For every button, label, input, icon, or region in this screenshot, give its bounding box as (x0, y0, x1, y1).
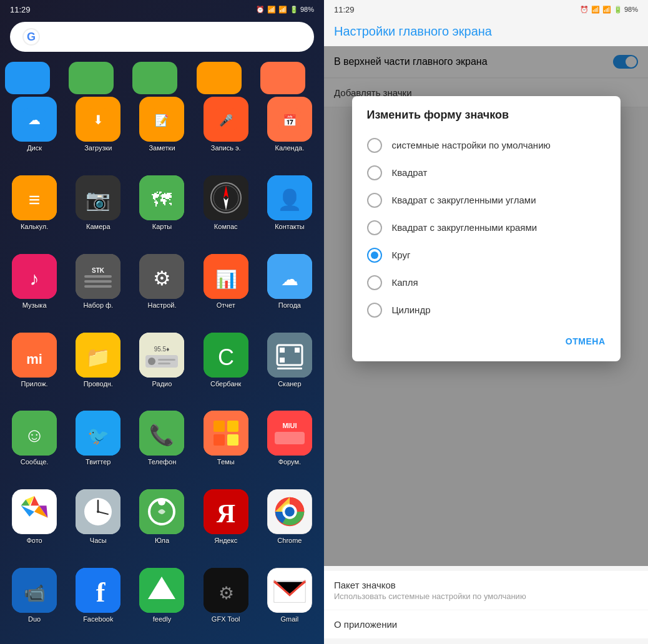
app-scanner[interactable]: Сканер (260, 333, 319, 406)
radio-option-4[interactable]: Круг (362, 242, 611, 269)
icon-pack-item[interactable]: Пакет значков Использовать системные нас… (324, 571, 648, 610)
app-facebook[interactable]: f Facebook (69, 568, 127, 642)
app-label-gfxtool: GFX Tool (212, 615, 240, 623)
app-gfxtool[interactable]: ⚙ GFX Tool (197, 568, 255, 642)
app-music[interactable]: ♪ Музыка (5, 254, 64, 328)
radio-option-1[interactable]: Квадрат (362, 159, 611, 187)
radio-option-6[interactable]: Цилиндр (362, 296, 611, 324)
svg-point-76 (158, 498, 165, 505)
svg-point-83 (285, 507, 295, 517)
svg-text:MIUI: MIUI (282, 422, 297, 429)
app-calendar[interactable]: 📅 Календа. (260, 97, 319, 170)
radio-option-3[interactable]: Квадрат с закругленными краями (362, 214, 611, 242)
page-title: Настройки главного экрана (324, 19, 648, 46)
partial-app-3 (132, 62, 177, 94)
app-notes[interactable]: 📝 Заметки (132, 97, 191, 170)
svg-rect-28 (84, 280, 112, 283)
svg-rect-50 (280, 348, 285, 353)
radio-circle-3 (367, 220, 382, 235)
app-duo[interactable]: 📹 Duo (5, 568, 64, 642)
app-report[interactable]: 📊 Отчет (197, 254, 255, 328)
app-mi[interactable]: mi Прилож. (5, 333, 64, 406)
app-label-forum: Форум. (278, 458, 301, 466)
svg-text:⬇: ⬇ (93, 113, 104, 127)
app-downloads[interactable]: ⬇ Загрузки (69, 97, 127, 170)
app-icon-messages: ☺ (12, 411, 57, 456)
app-icon-calendar: 📅 (267, 97, 312, 142)
app-radio[interactable]: 95.5♦ Радио (132, 333, 191, 406)
app-label-duo: Duo (28, 615, 41, 623)
radio-circle-6 (367, 303, 382, 318)
app-calc[interactable]: ≡ Калькул. (5, 175, 64, 249)
app-grid: ☁ Диск ⬇ Загрузки 📝 Заметки 🎤 Запись э. … (0, 94, 324, 644)
app-yandex[interactable]: Я Яндекс (197, 489, 255, 563)
icon-shape-dialog: Изменить форму значков системные настрой… (352, 96, 621, 361)
app-weather[interactable]: ☁ Погода (260, 254, 319, 328)
app-label-mifont: Набор ф. (83, 301, 113, 309)
app-settings[interactable]: ⚙ Настрой. (132, 254, 191, 328)
cancel-button[interactable]: ОТМЕНА (566, 331, 606, 351)
app-icon-gfxtool: ⚙ (204, 568, 248, 613)
app-chrome[interactable]: Chrome (260, 489, 319, 563)
app-compass[interactable]: Компас (197, 175, 255, 249)
radio-circle-2 (367, 193, 382, 208)
app-label-feedly: feedly (153, 615, 171, 623)
app-themes[interactable]: Темы (197, 411, 255, 484)
app-icon-facebook: f (76, 568, 120, 613)
radio-option-2[interactable]: Квадрат с закругленными углами (362, 187, 611, 214)
status-icons-right: ⏰ 📶 📶 🔋 98% (580, 6, 638, 14)
app-phone[interactable]: 📞 Телефон (132, 411, 191, 484)
app-label-mi: Прилож. (21, 380, 48, 388)
app-sber[interactable]: С Сбербанк (197, 333, 255, 406)
app-label-photos: Фото (26, 537, 42, 544)
app-forum[interactable]: MIUI Форум. (260, 411, 319, 484)
radio-circle-5 (367, 275, 382, 290)
app-icon-disk: ☁ (12, 97, 57, 142)
app-label-scanner: Сканер (278, 380, 301, 388)
app-recorder[interactable]: 🎤 Запись э. (197, 97, 255, 170)
app-icon-radio: 95.5♦ (139, 333, 184, 378)
partial-app-row (0, 59, 324, 94)
svg-text:📝: 📝 (155, 114, 169, 127)
app-camera[interactable]: 📷 Камера (69, 175, 127, 249)
about-item[interactable]: О приложении (324, 610, 648, 638)
app-contacts[interactable]: 👤 Контакты (260, 175, 319, 249)
app-mifont[interactable]: STK Набор ф. (69, 254, 127, 328)
app-label-downloads: Загрузки (84, 144, 112, 152)
svg-rect-60 (204, 411, 248, 456)
app-label-calc: Калькул. (21, 223, 48, 230)
svg-text:👤: 👤 (277, 188, 302, 212)
app-maps[interactable]: 🗺 Карты (132, 175, 191, 249)
radio-label-1: Квадрат (392, 167, 428, 179)
alarm-icon-right: ⏰ (580, 6, 589, 14)
dialog-actions: ОТМЕНА (352, 324, 621, 361)
app-label-files: Проводн. (84, 380, 113, 388)
radio-option-5[interactable]: Капля (362, 269, 611, 296)
app-feedly[interactable]: feedly (132, 568, 191, 642)
battery-icon-right: 🔋 98% (614, 6, 638, 14)
left-panel: 11:29 ⏰ 📶 📶 🔋 98% G ☁ Диск ⬇ (0, 0, 324, 644)
app-label-camera: Камера (86, 223, 110, 230)
search-bar[interactable]: G (10, 22, 314, 52)
app-messages[interactable]: ☺ Сообще. (5, 411, 64, 484)
status-icons-left: ⏰ 📶 📶 🔋 98% (256, 6, 314, 14)
app-yula[interactable]: Юла (132, 489, 191, 563)
svg-rect-51 (295, 348, 300, 353)
app-label-yula: Юла (155, 537, 169, 544)
app-gmail[interactable]: Gmail (260, 568, 319, 642)
app-label-disk: Диск (27, 144, 42, 152)
app-icon-themes (204, 411, 248, 456)
radio-circle-1 (367, 165, 382, 180)
radio-label-4: Круг (392, 249, 411, 261)
app-disk[interactable]: ☁ Диск (5, 97, 64, 170)
app-files[interactable]: 📁 Проводн. (69, 333, 127, 406)
app-twitter[interactable]: 🐦 Твиттер (69, 411, 127, 484)
radio-option-0[interactable]: системные настройки по умолчанию (362, 132, 611, 159)
app-clock[interactable]: Часы (69, 489, 127, 563)
radio-label-3: Квадрат с закругленными краями (392, 222, 538, 234)
svg-text:📷: 📷 (86, 188, 110, 212)
app-icon-sber: С (204, 333, 248, 378)
svg-rect-64 (227, 434, 238, 446)
app-photos[interactable]: Фото (5, 489, 64, 563)
svg-text:f: f (96, 577, 106, 608)
